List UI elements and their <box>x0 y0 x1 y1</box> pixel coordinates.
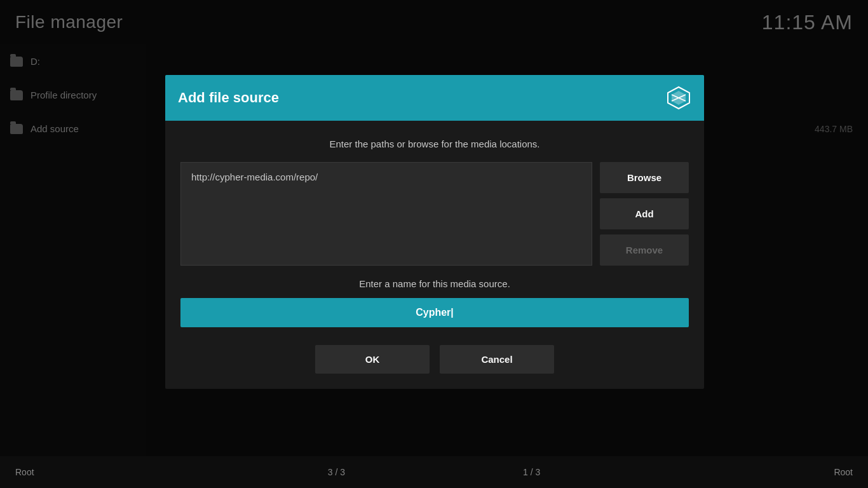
remove-button[interactable]: Remove <box>600 234 689 266</box>
cancel-button[interactable]: Cancel <box>440 345 554 374</box>
ok-button[interactable]: OK <box>315 345 430 374</box>
footer-right: Root <box>834 467 853 477</box>
footer-left: Root <box>15 467 34 477</box>
url-buttons: Browse Add Remove <box>600 162 689 266</box>
footer-page-left: 3 / 3 <box>328 467 345 477</box>
url-section: http://cypher-media.com/repo/ Browse Add… <box>180 162 689 266</box>
footer-page-right: 1 / 3 <box>523 467 540 477</box>
kodi-logo <box>666 85 691 111</box>
footer: Root 3 / 3 1 / 3 Root <box>0 456 868 488</box>
url-input[interactable]: http://cypher-media.com/repo/ <box>180 162 592 266</box>
browse-button[interactable]: Browse <box>600 162 689 193</box>
footer-center: 3 / 3 1 / 3 <box>328 467 541 477</box>
dialog-header: Add file source <box>165 75 704 121</box>
name-input[interactable]: Cypher| <box>180 298 689 327</box>
add-button[interactable]: Add <box>600 198 689 229</box>
name-instruction: Enter a name for this media source. <box>180 278 689 289</box>
dialog-body: Enter the paths or browse for the media … <box>165 121 704 389</box>
dialog-title: Add file source <box>178 90 279 106</box>
dialog-footer: OK Cancel <box>180 345 689 374</box>
add-file-source-dialog: Add file source Enter the paths or brows… <box>165 75 704 389</box>
url-instruction: Enter the paths or browse for the media … <box>180 139 689 149</box>
